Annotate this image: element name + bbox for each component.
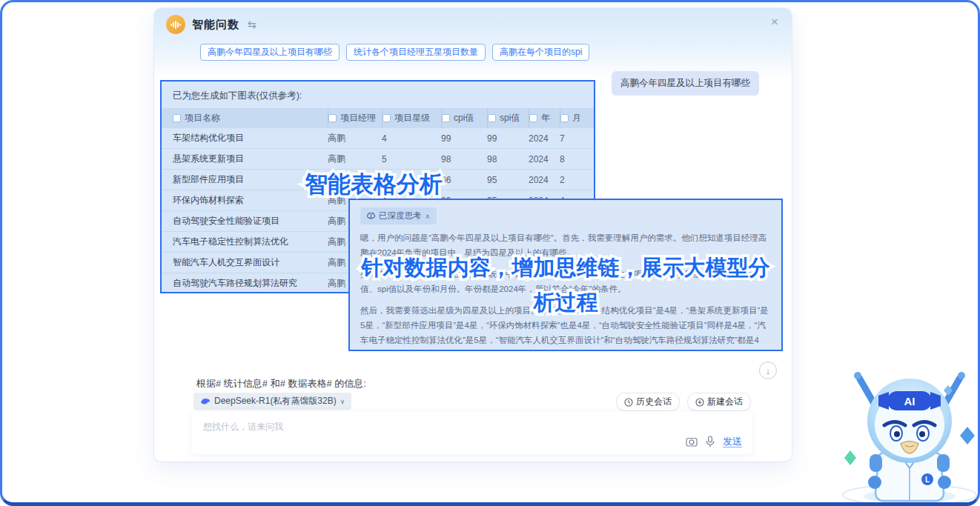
clock-icon — [624, 398, 633, 407]
deepseek-whale-icon — [200, 398, 211, 405]
arrow-down-icon: ↓ — [766, 365, 771, 376]
suggestion-chip[interactable]: 高鹏在每个项目的spi — [492, 44, 589, 61]
scroll-to-bottom-button[interactable]: ↓ — [759, 362, 777, 379]
smart-query-dialog: 智能问数 ⇆ × 高鹏今年四星及以上项目有哪些统计各个项目经理五星项目数量高鹏在… — [154, 8, 792, 462]
deep-thinking-panel: 已深度思考 ∧ 嗯，用户的问题是“高鹏今年四星及以上项目有哪些”。首先，我需要理… — [348, 199, 783, 351]
mascot-badge-text: L — [925, 476, 930, 484]
new-session-button[interactable]: 新建会话 — [687, 393, 751, 411]
history-session-button[interactable]: 历史会话 — [616, 393, 680, 411]
thinking-paragraph: 然后，我需要筛选出星级为四星及以上的项目。根据数据，“车架结构优化项目”是4星，… — [360, 303, 771, 351]
column-checkbox[interactable] — [383, 114, 391, 122]
suggestion-chip[interactable]: 高鹏今年四星及以上项目有哪些 — [200, 44, 340, 61]
thinking-paragraph: 接下来，我需要查看提供的数据。表格中有多个项目，每个项目都标注了项目经理、项目星… — [360, 267, 771, 296]
close-icon[interactable]: × — [771, 16, 778, 28]
message-input-box: 发送 — [191, 411, 752, 454]
table-row: 新型部件应用项目高鹏4969520242 — [162, 170, 594, 190]
column-header[interactable]: 项目名称 — [162, 108, 328, 128]
dialog-header: 智能问数 ⇆ — [166, 15, 256, 34]
column-header[interactable]: 月 — [560, 108, 594, 128]
table-caption: 已为您生成如下图表(仅供参考): — [162, 81, 594, 108]
microphone-icon[interactable] — [706, 436, 715, 447]
column-checkbox[interactable] — [328, 114, 337, 122]
column-checkbox[interactable] — [442, 114, 450, 122]
chevron-up-icon: ∧ — [426, 213, 431, 220]
column-header[interactable]: 项目星级 — [382, 108, 441, 128]
thinking-paragraphs: 嗯，用户的问题是“高鹏今年四星及以上项目有哪些”。首先，我需要理解用户的需求。他… — [360, 230, 771, 351]
green-diamond-decoration — [844, 450, 856, 465]
chevron-down-icon: ∨ — [340, 398, 345, 405]
table-row: 悬架系统更新项目高鹏5989820248 — [162, 149, 594, 170]
model-selector[interactable]: DeepSeek-R1(私有蒸馏版32B) ∨ — [193, 393, 351, 410]
blue-diamond-decoration — [960, 427, 975, 445]
deep-thinking-toggle[interactable]: 已深度思考 ∧ — [360, 207, 437, 224]
suggestion-chips: 高鹏今年四星及以上项目有哪些统计各个项目经理五星项目数量高鹏在每个项目的spi — [200, 44, 589, 61]
send-button[interactable]: 发送 — [723, 435, 742, 448]
plus-circle-icon — [695, 398, 704, 407]
column-checkbox[interactable] — [560, 114, 569, 122]
voice-wave-logo-icon — [166, 15, 185, 34]
column-checkbox[interactable] — [173, 114, 181, 122]
column-header[interactable]: cpi值 — [441, 108, 487, 128]
session-buttons: 历史会话 新建会话 — [616, 393, 751, 411]
ai-mascot: AI L — [837, 347, 980, 506]
suggestion-chip[interactable]: 统计各个项目经理五星项目数量 — [346, 44, 486, 61]
column-checkbox[interactable] — [488, 114, 496, 122]
thinking-paragraph: 嗯，用户的问题是“高鹏今年四星及以上项目有哪些”。首先，我需要理解用户的需求。他… — [360, 230, 771, 260]
table-row: 车架结构优化项目高鹏4999920247 — [162, 128, 594, 149]
model-name: DeepSeek-R1(私有蒸馏版32B) — [214, 395, 337, 407]
app-window: 智能问数 ⇆ × 高鹏今年四星及以上项目有哪些统计各个项目经理五星项目数量高鹏在… — [0, 0, 980, 506]
column-header[interactable]: 项目经理 — [328, 108, 382, 128]
table-header-row: 项目名称项目经理项目星级cpi值spi值年月 — [162, 108, 594, 128]
user-message-bubble: 高鹏今年四星及以上项目有哪些 — [612, 71, 759, 96]
input-actions: 发送 — [686, 435, 742, 448]
message-input[interactable] — [191, 411, 752, 438]
deep-thinking-label: 已深度思考 — [379, 210, 422, 222]
swap-icon[interactable]: ⇆ — [248, 19, 256, 30]
column-checkbox[interactable] — [529, 114, 537, 122]
mascot-forehead-text: AI — [904, 395, 916, 407]
context-reference-line: 根据# 统计信息# 和# 数据表格# 的信息: — [196, 377, 366, 390]
column-header[interactable]: 年 — [529, 108, 560, 128]
page-title: 智能问数 — [192, 18, 239, 32]
screenshot-camera-icon[interactable] — [686, 436, 698, 447]
brain-icon — [367, 212, 375, 220]
column-header[interactable]: spi值 — [487, 108, 529, 128]
